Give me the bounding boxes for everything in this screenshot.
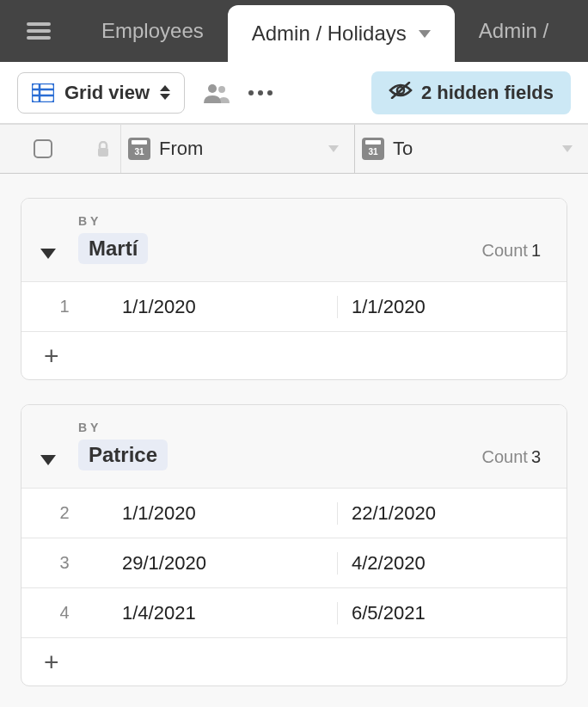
tab-employees[interactable]: Employees	[77, 0, 228, 62]
cell-from[interactable]: 1/1/2020	[107, 502, 337, 525]
group-count: Count3	[482, 447, 542, 467]
group-header[interactable]: BY Martí Count1	[21, 199, 567, 281]
hamburger-icon	[27, 22, 51, 40]
group-by-label: BY	[78, 214, 482, 228]
column-header-to[interactable]: 31 To	[354, 125, 588, 173]
cell-to[interactable]: 1/1/2020	[337, 296, 567, 318]
plus-icon: +	[44, 341, 59, 371]
group-count: Count1	[482, 241, 542, 261]
column-label: To	[393, 138, 554, 160]
calendar-icon: 31	[128, 138, 150, 160]
tab-admin-partial[interactable]: Admin /	[455, 0, 573, 62]
tab-label: Employees	[101, 19, 204, 43]
row-number: 4	[21, 603, 107, 623]
group-collapse-toggle[interactable]	[40, 249, 56, 259]
svg-rect-0	[32, 83, 54, 102]
group-name: Martí	[78, 233, 148, 264]
more-options-button[interactable]	[248, 90, 273, 95]
group-marti: BY Martí Count1 1 1/1/2020 1/1/2020 +	[21, 198, 567, 380]
calendar-icon: 31	[362, 138, 384, 160]
users-icon[interactable]	[204, 83, 230, 103]
svg-rect-8	[98, 148, 108, 157]
menu-button[interactable]	[0, 0, 77, 62]
cell-from[interactable]: 1/1/2020	[107, 296, 337, 318]
tab-label: Admin /	[479, 19, 548, 43]
row-number: 3	[21, 553, 107, 573]
group-name: Patrice	[78, 440, 168, 470]
hidden-fields-button[interactable]: 2 hidden fields	[371, 71, 571, 114]
cell-to[interactable]: 6/5/2021	[337, 602, 567, 624]
cell-from[interactable]: 1/4/2021	[107, 602, 337, 624]
table-row[interactable]: 3 29/1/2020 4/2/2020	[21, 538, 567, 587]
chevron-down-icon	[419, 30, 431, 38]
svg-point-5	[218, 86, 225, 93]
grid-icon	[32, 83, 54, 102]
hidden-fields-label: 2 hidden fields	[421, 82, 554, 104]
view-selector-button[interactable]: Grid view	[17, 72, 185, 114]
group-patrice: BY Patrice Count3 2 1/1/2020 22/1/2020 3…	[21, 404, 567, 686]
group-collapse-toggle[interactable]	[40, 455, 56, 465]
table-row[interactable]: 2 1/1/2020 22/1/2020	[21, 488, 567, 538]
group-header[interactable]: BY Patrice Count3	[21, 405, 567, 488]
cell-to[interactable]: 4/2/2020	[337, 552, 567, 575]
row-number: 2	[21, 503, 107, 523]
lock-icon	[86, 141, 120, 157]
eye-off-icon	[389, 82, 413, 104]
cell-to[interactable]: 22/1/2020	[337, 502, 567, 525]
chevron-down-icon	[328, 145, 339, 152]
cell-from[interactable]: 29/1/2020	[107, 552, 337, 575]
chevron-down-icon	[562, 145, 573, 152]
select-all-checkbox[interactable]	[34, 139, 52, 158]
table-row[interactable]: 1 1/1/2020 1/1/2020	[21, 281, 567, 331]
row-number: 1	[21, 297, 107, 317]
add-row-button[interactable]: +	[21, 331, 567, 379]
column-header-from[interactable]: 31 From	[120, 125, 354, 173]
table-row[interactable]: 4 1/4/2021 6/5/2021	[21, 587, 567, 637]
column-label: From	[159, 138, 320, 160]
add-row-button[interactable]: +	[21, 637, 567, 685]
selector-icon	[160, 85, 170, 100]
plus-icon: +	[44, 648, 59, 677]
group-by-label: BY	[78, 421, 482, 434]
tab-admin-holidays[interactable]: Admin / Holidays	[228, 5, 455, 62]
svg-point-4	[208, 84, 217, 93]
tab-label: Admin / Holidays	[252, 22, 407, 46]
view-label: Grid view	[64, 82, 150, 104]
